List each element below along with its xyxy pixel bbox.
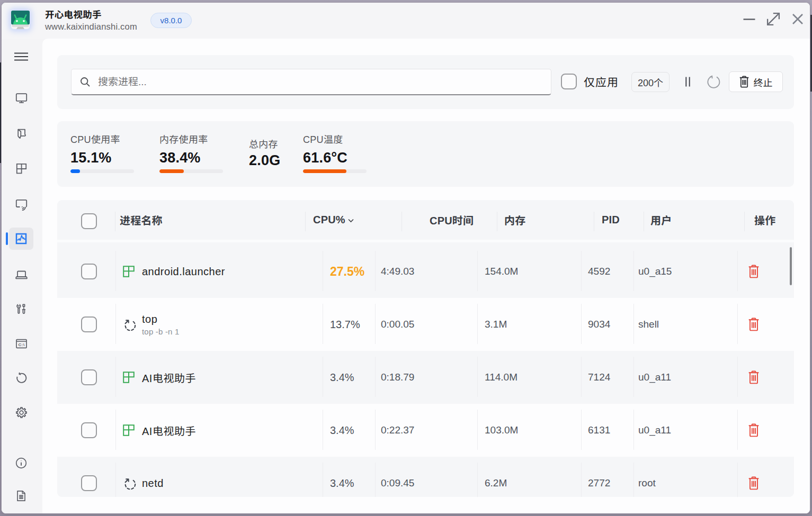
cell-separator	[581, 251, 582, 291]
sidebar-item-restore[interactable]	[9, 367, 33, 389]
select-all-checkbox[interactable]	[81, 213, 97, 229]
search-box	[71, 69, 551, 95]
actions-cell	[737, 404, 770, 457]
stat-value: 61.6°C	[303, 150, 367, 166]
apps-only-checkbox[interactable]	[561, 74, 577, 89]
app-grid-icon	[123, 266, 135, 277]
laptop-icon	[15, 268, 28, 282]
minimize-button[interactable]	[737, 4, 761, 34]
layout-grid-icon	[15, 162, 28, 175]
sidebar-item-info[interactable]	[9, 452, 33, 474]
gear-icon	[15, 406, 28, 419]
col-header-cpu[interactable]: CPU%	[313, 214, 355, 226]
cell-separator	[115, 251, 116, 291]
cpu-percent-cell: 3.4%	[330, 457, 354, 497]
refresh-button[interactable]	[706, 74, 721, 89]
kill-process-button[interactable]	[748, 265, 759, 278]
kill-process-button[interactable]	[748, 318, 759, 331]
kill-process-button[interactable]	[748, 423, 759, 437]
sidebar-item-logs[interactable]	[9, 485, 33, 507]
table-row[interactable]: android.launcher 27.5% 4:49.03 154.0M 45…	[57, 245, 794, 298]
sidebar-item-tv[interactable]	[9, 87, 33, 109]
process-placeholder-icon	[123, 318, 137, 332]
actions-cell	[737, 351, 770, 404]
table-row[interactable]: toptop -b -n 1 13.7% 0:00.05 3.1M 9034 s…	[57, 298, 794, 351]
kill-trash-icon	[739, 76, 749, 88]
process-name-cell: toptop -b -n 1	[142, 298, 180, 351]
table-row[interactable]: netd 3.4% 0:09.45 6.2M 2772 root	[57, 457, 794, 497]
sidebar-item-terminal[interactable]: C:\	[9, 332, 33, 355]
apps-only-control[interactable]: 仅应用	[561, 74, 619, 89]
tools-icon	[15, 303, 28, 316]
app-title: 开心电视助手	[45, 9, 137, 21]
memory-cell: 6.2M	[485, 457, 507, 497]
titlebar[interactable]: 开心电视助手 www.kaixindianshi.com v8.0.0	[2, 3, 810, 39]
process-name: AI电视助手	[142, 370, 196, 385]
sidebar-item-apps[interactable]	[9, 123, 33, 145]
process-command: top -b -n 1	[142, 327, 180, 336]
cell-separator	[375, 251, 376, 291]
process-table-card: 进程名称 CPU% CPU时间 内存 PID 用户 操作	[57, 200, 794, 497]
cell-separator	[477, 410, 478, 450]
process-count-badge: 200个	[631, 72, 670, 92]
memory-cell: 154.0M	[485, 245, 518, 298]
cpu-time-cell: 0:22.37	[381, 404, 414, 457]
sidebar-item-process-monitor[interactable]	[9, 228, 33, 250]
sidebar-item-cast[interactable]	[9, 193, 33, 215]
table-row[interactable]: AI电视助手 3.4% 0:22.37 103.0M 6131 u0_a11	[57, 404, 794, 457]
app-titles: 开心电视助手 www.kaixindianshi.com	[45, 9, 137, 32]
row-checkbox[interactable]	[81, 369, 97, 385]
version-badge: v8.0.0	[150, 13, 192, 28]
app-grid-icon	[123, 372, 135, 383]
stat-cpu-temp: CPU温度 61.6°C	[303, 121, 367, 187]
trash-icon	[748, 265, 759, 278]
kill-process-button[interactable]	[748, 476, 759, 490]
sidebar-menu-toggle[interactable]	[9, 46, 33, 68]
trash-icon	[748, 370, 759, 384]
row-checkbox[interactable]	[81, 422, 97, 438]
table-row[interactable]: AI电视助手 3.4% 0:18.79 114.0M 7124 u0_a11	[57, 351, 794, 404]
col-header-name[interactable]: 进程名称	[120, 212, 163, 228]
search-input[interactable]	[98, 76, 551, 88]
row-checkbox[interactable]	[81, 475, 97, 491]
process-name-cell: netd	[142, 457, 164, 497]
table-body: android.launcher 27.5% 4:49.03 154.0M 45…	[57, 245, 794, 497]
cpu-usage-progressbar	[70, 169, 134, 173]
cell-separator	[477, 357, 478, 397]
pause-button[interactable]	[680, 74, 695, 89]
col-header-user[interactable]: 用户	[650, 212, 672, 228]
col-header-actions: 操作	[754, 212, 775, 228]
main-content: 仅应用 200个 终止 CPU使用率 15.1%	[42, 39, 810, 514]
row-checkbox[interactable]	[81, 316, 97, 332]
actions-cell	[737, 457, 770, 497]
kill-button[interactable]: 终止	[729, 71, 783, 92]
kill-process-button[interactable]	[748, 370, 759, 384]
cell-separator	[581, 357, 582, 397]
sidebar-item-tools[interactable]	[9, 298, 33, 320]
close-button[interactable]	[786, 4, 810, 34]
cell-separator	[375, 357, 376, 397]
cpu-time-cell: 4:49.03	[381, 245, 414, 298]
col-header-pid[interactable]: PID	[602, 214, 620, 226]
app-window: 开心电视助手 www.kaixindianshi.com v8.0.0	[1, 2, 810, 514]
sidebar-item-device[interactable]	[9, 264, 33, 286]
process-name: top	[142, 313, 180, 325]
col-header-cputime[interactable]: CPU时间	[430, 212, 474, 228]
cell-separator	[115, 304, 116, 344]
user-cell: shell	[638, 298, 659, 351]
cell-separator	[633, 304, 634, 344]
maximize-button[interactable]	[761, 4, 786, 34]
col-header-mem[interactable]: 内存	[504, 212, 525, 228]
progress-fill	[70, 169, 80, 173]
column-separator	[644, 212, 644, 231]
sidebar-item-settings[interactable]	[9, 401, 33, 423]
row-checkbox[interactable]	[81, 264, 97, 279]
stat-label: CPU温度	[303, 132, 367, 146]
cpu-time-cell: 0:18.79	[381, 351, 414, 404]
cell-separator	[375, 304, 376, 344]
table-scrollbar-thumb[interactable]	[790, 247, 792, 285]
tv-screen-icon	[15, 92, 28, 105]
stat-value: 15.1%	[70, 150, 134, 166]
sidebar-item-layout[interactable]	[9, 157, 33, 179]
pause-icon	[681, 75, 694, 88]
